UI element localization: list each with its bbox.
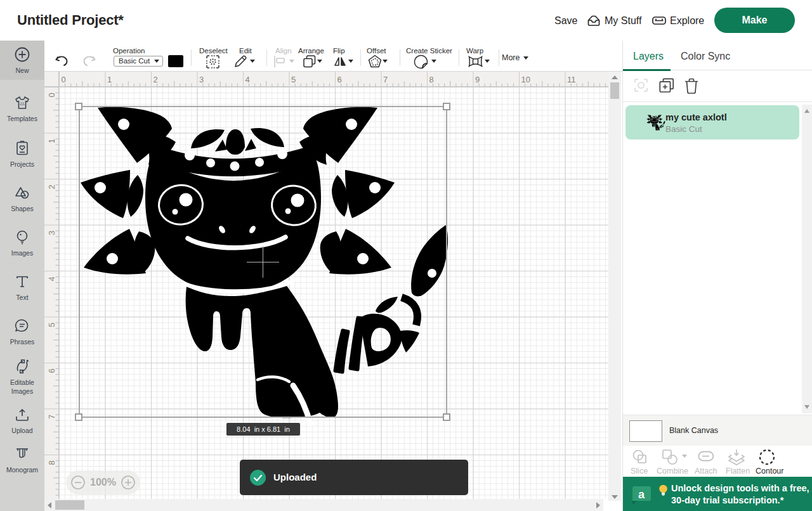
svg-text:a: a <box>638 488 645 501</box>
